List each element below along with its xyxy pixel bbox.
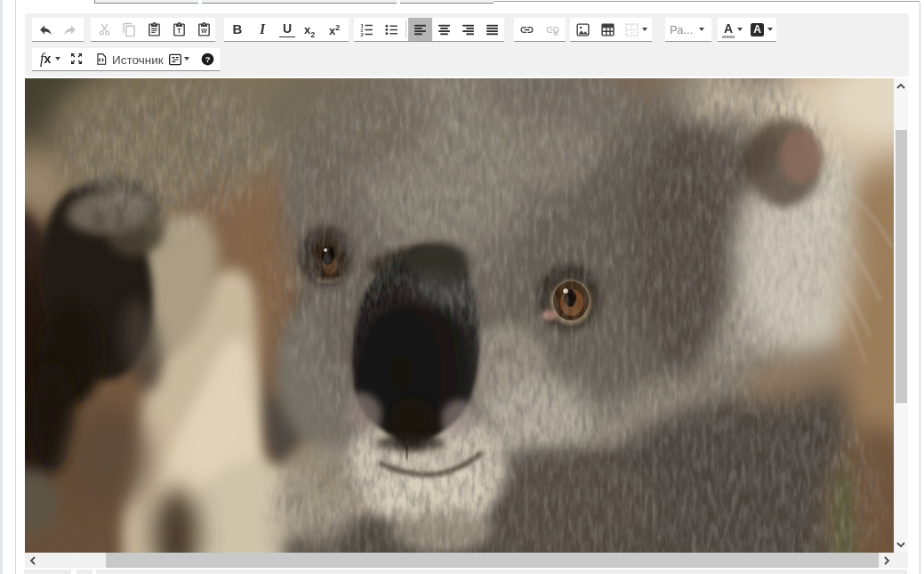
svg-text:1: 1 bbox=[360, 23, 364, 28]
svg-text:W: W bbox=[201, 28, 207, 35]
svg-text:T: T bbox=[177, 27, 181, 35]
svg-text:2: 2 bbox=[360, 32, 364, 37]
svg-text:?: ? bbox=[205, 55, 211, 64]
